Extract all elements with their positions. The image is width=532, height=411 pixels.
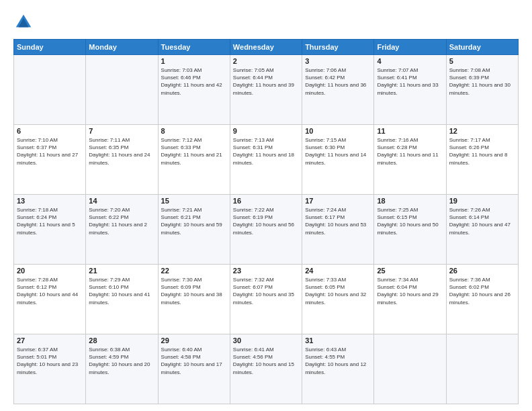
day-number: 19 [449,197,515,205]
day-info: Sunrise: 6:43 AM Sunset: 4:55 PM Dayligh… [305,346,371,376]
calendar-cell: 20Sunrise: 7:28 AM Sunset: 6:12 PM Dayli… [14,265,86,334]
day-info: Sunrise: 7:33 AM Sunset: 6:05 PM Dayligh… [305,276,371,306]
day-number: 17 [305,197,371,205]
page: SundayMondayTuesdayWednesdayThursdayFrid… [0,0,532,411]
calendar-cell: 10Sunrise: 7:15 AM Sunset: 6:30 PM Dayli… [302,125,374,195]
calendar-cell: 24Sunrise: 7:33 AM Sunset: 6:05 PM Dayli… [302,265,374,334]
day-info: Sunrise: 6:40 AM Sunset: 4:58 PM Dayligh… [161,346,227,376]
day-info: Sunrise: 6:38 AM Sunset: 4:59 PM Dayligh… [89,346,154,376]
calendar-cell [14,55,86,125]
day-number: 11 [377,127,443,135]
calendar-cell: 18Sunrise: 7:25 AM Sunset: 6:15 PM Dayli… [374,195,446,265]
calendar-cell [446,334,518,404]
week-row-5: 27Sunrise: 6:37 AM Sunset: 5:01 PM Dayli… [14,334,519,404]
calendar-cell: 17Sunrise: 7:24 AM Sunset: 6:17 PM Dayli… [302,195,374,265]
day-info: Sunrise: 7:15 AM Sunset: 6:30 PM Dayligh… [305,136,371,167]
day-info: Sunrise: 7:16 AM Sunset: 6:28 PM Dayligh… [377,136,443,167]
calendar-cell: 13Sunrise: 7:18 AM Sunset: 6:24 PM Dayli… [14,195,86,265]
calendar-cell: 22Sunrise: 7:30 AM Sunset: 6:09 PM Dayli… [158,265,230,334]
calendar-cell: 4Sunrise: 7:07 AM Sunset: 6:41 PM Daylig… [374,55,446,125]
day-number: 24 [305,267,371,275]
day-info: Sunrise: 7:03 AM Sunset: 6:46 PM Dayligh… [161,66,227,97]
day-info: Sunrise: 7:34 AM Sunset: 6:04 PM Dayligh… [377,276,443,306]
calendar-cell: 26Sunrise: 7:36 AM Sunset: 6:02 PM Dayli… [446,265,518,334]
day-info: Sunrise: 7:32 AM Sunset: 6:07 PM Dayligh… [233,276,299,306]
day-number: 10 [305,127,371,135]
header [13,12,519,32]
day-number: 13 [17,197,83,205]
day-number: 8 [161,127,227,135]
calendar-cell: 9Sunrise: 7:13 AM Sunset: 6:31 PM Daylig… [230,125,302,195]
calendar-cell: 1Sunrise: 7:03 AM Sunset: 6:46 PM Daylig… [158,55,230,125]
calendar-cell: 16Sunrise: 7:22 AM Sunset: 6:19 PM Dayli… [230,195,302,265]
day-info: Sunrise: 7:25 AM Sunset: 6:15 PM Dayligh… [377,206,443,236]
day-info: Sunrise: 7:21 AM Sunset: 6:21 PM Dayligh… [161,206,227,236]
day-info: Sunrise: 7:29 AM Sunset: 6:10 PM Dayligh… [89,276,154,306]
calendar-cell: 28Sunrise: 6:38 AM Sunset: 4:59 PM Dayli… [86,334,158,404]
calendar-cell: 6Sunrise: 7:10 AM Sunset: 6:37 PM Daylig… [14,125,86,195]
week-row-4: 20Sunrise: 7:28 AM Sunset: 6:12 PM Dayli… [14,265,519,334]
calendar-cell [374,334,446,404]
day-info: Sunrise: 7:12 AM Sunset: 6:33 PM Dayligh… [161,136,227,167]
weekday-header-friday: Friday [374,40,446,55]
day-info: Sunrise: 7:06 AM Sunset: 6:42 PM Dayligh… [305,66,371,97]
calendar-cell: 8Sunrise: 7:12 AM Sunset: 6:33 PM Daylig… [158,125,230,195]
calendar-cell: 3Sunrise: 7:06 AM Sunset: 6:42 PM Daylig… [302,55,374,125]
calendar-cell: 2Sunrise: 7:05 AM Sunset: 6:44 PM Daylig… [230,55,302,125]
day-info: Sunrise: 7:20 AM Sunset: 6:22 PM Dayligh… [89,206,154,236]
calendar-cell: 5Sunrise: 7:08 AM Sunset: 6:39 PM Daylig… [446,55,518,125]
day-number: 30 [233,336,299,345]
logo [13,12,36,32]
day-number: 14 [89,197,154,205]
calendar-cell: 12Sunrise: 7:17 AM Sunset: 6:26 PM Dayli… [446,125,518,195]
day-info: Sunrise: 7:11 AM Sunset: 6:35 PM Dayligh… [89,136,154,167]
calendar-body: 1Sunrise: 7:03 AM Sunset: 6:46 PM Daylig… [14,55,519,404]
calendar-cell: 27Sunrise: 6:37 AM Sunset: 5:01 PM Dayli… [14,334,86,404]
calendar-cell [86,55,158,125]
logo-icon [13,12,34,32]
day-info: Sunrise: 7:17 AM Sunset: 6:26 PM Dayligh… [449,136,515,167]
calendar-cell: 14Sunrise: 7:20 AM Sunset: 6:22 PM Dayli… [86,195,158,265]
weekday-header-row: SundayMondayTuesdayWednesdayThursdayFrid… [14,40,519,55]
day-info: Sunrise: 7:24 AM Sunset: 6:17 PM Dayligh… [305,206,371,236]
calendar-cell: 31Sunrise: 6:43 AM Sunset: 4:55 PM Dayli… [302,334,374,404]
day-number: 2 [233,57,299,65]
day-info: Sunrise: 6:41 AM Sunset: 4:56 PM Dayligh… [233,346,299,376]
weekday-header-thursday: Thursday [302,40,374,55]
day-number: 18 [377,197,443,205]
day-number: 23 [233,267,299,275]
day-number: 22 [161,267,227,275]
day-number: 29 [161,336,227,345]
day-number: 15 [161,197,227,205]
calendar-cell: 21Sunrise: 7:29 AM Sunset: 6:10 PM Dayli… [86,265,158,334]
day-number: 20 [17,267,83,275]
day-info: Sunrise: 7:10 AM Sunset: 6:37 PM Dayligh… [17,136,83,167]
day-number: 21 [89,267,154,275]
weekday-header-sunday: Sunday [14,40,86,55]
day-info: Sunrise: 7:26 AM Sunset: 6:14 PM Dayligh… [449,206,515,236]
day-info: Sunrise: 7:08 AM Sunset: 6:39 PM Dayligh… [449,66,515,97]
week-row-3: 13Sunrise: 7:18 AM Sunset: 6:24 PM Dayli… [14,195,519,265]
day-info: Sunrise: 7:07 AM Sunset: 6:41 PM Dayligh… [377,66,443,97]
day-number: 27 [17,336,83,345]
day-info: Sunrise: 7:05 AM Sunset: 6:44 PM Dayligh… [233,66,299,97]
day-number: 3 [305,57,371,65]
day-number: 25 [377,267,443,275]
day-info: Sunrise: 7:22 AM Sunset: 6:19 PM Dayligh… [233,206,299,236]
day-number: 16 [233,197,299,205]
day-info: Sunrise: 6:37 AM Sunset: 5:01 PM Dayligh… [17,346,83,376]
day-number: 5 [449,57,515,65]
calendar-cell: 30Sunrise: 6:41 AM Sunset: 4:56 PM Dayli… [230,334,302,404]
calendar-cell: 7Sunrise: 7:11 AM Sunset: 6:35 PM Daylig… [86,125,158,195]
day-number: 9 [233,127,299,135]
calendar-cell: 15Sunrise: 7:21 AM Sunset: 6:21 PM Dayli… [158,195,230,265]
calendar-cell: 25Sunrise: 7:34 AM Sunset: 6:04 PM Dayli… [374,265,446,334]
day-number: 26 [449,267,515,275]
weekday-header-monday: Monday [86,40,158,55]
calendar-cell: 23Sunrise: 7:32 AM Sunset: 6:07 PM Dayli… [230,265,302,334]
day-number: 7 [89,127,154,135]
day-info: Sunrise: 7:30 AM Sunset: 6:09 PM Dayligh… [161,276,227,306]
day-number: 6 [17,127,83,135]
calendar-cell: 19Sunrise: 7:26 AM Sunset: 6:14 PM Dayli… [446,195,518,265]
weekday-header-saturday: Saturday [446,40,518,55]
